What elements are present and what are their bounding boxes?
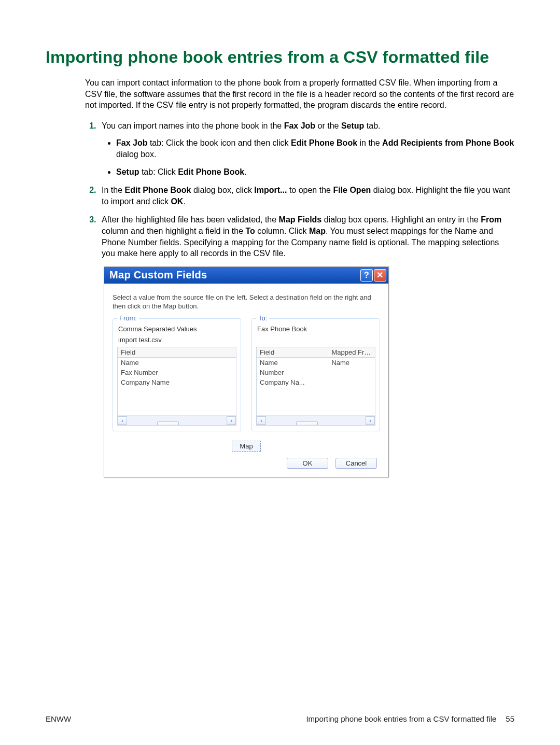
bullet-setup: Setup tab: Click Edit Phone Book. bbox=[116, 166, 514, 178]
dialog-titlebar[interactable]: Map Custom Fields ? ✕ bbox=[104, 267, 388, 284]
map-fields-dialog: Map Custom Fields ? ✕ Select a value fro… bbox=[104, 266, 389, 477]
to-row-mapped bbox=[328, 377, 375, 387]
s3-b2: From bbox=[481, 215, 501, 224]
to-row-mapped bbox=[328, 368, 375, 377]
b1-b3: Add Recipients from Phone Book bbox=[382, 138, 514, 147]
s2-t5: . bbox=[183, 197, 185, 206]
dialog-instruction: Select a value from the source file on t… bbox=[113, 293, 380, 311]
b1-t2: in the bbox=[357, 138, 382, 147]
scroll-left-icon[interactable]: ‹ bbox=[257, 416, 266, 425]
to-group: To: Fax Phone Book Field Mapped From Nam… bbox=[251, 318, 380, 431]
to-row-field[interactable]: Company Na... bbox=[257, 377, 328, 387]
from-header: Field bbox=[118, 347, 236, 357]
to-scrollbar[interactable]: ‹ › bbox=[257, 415, 375, 425]
to-row-field[interactable]: Number bbox=[257, 368, 328, 377]
footer-right: Importing phone book entries from a CSV … bbox=[306, 714, 496, 723]
from-row[interactable]: Name bbox=[118, 358, 236, 368]
steps-list: You can import names into the phone book… bbox=[85, 120, 514, 259]
s2-t3: to open the bbox=[287, 186, 333, 194]
step1-bold-setup: Setup bbox=[341, 121, 364, 130]
s3-t2: dialog box opens. Highlight an entry in … bbox=[321, 215, 481, 224]
step-1: You can import names into the phone book… bbox=[99, 120, 514, 177]
from-source: Comma Separated Values bbox=[118, 325, 236, 333]
from-row[interactable]: Fax Number bbox=[118, 368, 236, 377]
from-group: From: Comma Separated Values import test… bbox=[113, 318, 241, 431]
scroll-right-icon[interactable]: › bbox=[366, 416, 375, 425]
s2-t1: In the bbox=[102, 186, 124, 194]
bullet-faxjob: Fax Job tab: Click the book icon and the… bbox=[116, 137, 514, 160]
s2-b3: File Open bbox=[333, 186, 371, 194]
from-listbox[interactable]: Field Name Fax Number Company Name ‹ › bbox=[117, 347, 236, 426]
to-header-field: Field bbox=[257, 347, 328, 357]
scroll-right-icon[interactable]: › bbox=[227, 416, 236, 425]
b1-b1: Fax Job bbox=[116, 138, 147, 147]
s2-b4: OK bbox=[171, 197, 183, 206]
step-3: After the highlighted file has been vali… bbox=[99, 214, 514, 259]
s3-t3: column and then highlight a field in the bbox=[102, 227, 246, 235]
close-icon[interactable]: ✕ bbox=[374, 269, 386, 282]
step1-bullets: Fax Job tab: Click the book icon and the… bbox=[116, 137, 514, 177]
page-footer: ENWW Importing phone book entries from a… bbox=[46, 714, 514, 723]
s3-b1: Map Fields bbox=[279, 215, 322, 224]
from-scrollbar[interactable]: ‹ › bbox=[118, 415, 236, 425]
s2-t2: dialog box, click bbox=[191, 186, 254, 194]
b2-t2: . bbox=[244, 167, 246, 176]
page-number: 55 bbox=[506, 714, 514, 723]
step1-bold-faxjob: Fax Job bbox=[284, 121, 315, 130]
b2-b1: Setup bbox=[116, 167, 139, 176]
b1-t3: dialog box. bbox=[116, 150, 156, 159]
intro-paragraph: You can import contact information to th… bbox=[85, 77, 514, 111]
s3-b3: To bbox=[246, 227, 255, 235]
b1-b2: Edit Phone Book bbox=[291, 138, 357, 147]
step1-text: You can import names into the phone book… bbox=[102, 121, 284, 130]
s3-t4: column. Click bbox=[255, 227, 309, 235]
scroll-left-icon[interactable]: ‹ bbox=[118, 416, 127, 425]
to-legend: To: bbox=[256, 314, 269, 322]
step1-mid: or the bbox=[315, 121, 341, 130]
page-heading: Importing phone book entries from a CSV … bbox=[46, 48, 514, 67]
s3-t1: After the highlighted file has been vali… bbox=[102, 215, 279, 224]
s2-b1: Edit Phone Book bbox=[124, 186, 191, 194]
step1-end: tab. bbox=[364, 121, 380, 130]
dialog-title: Map Custom Fields bbox=[109, 269, 359, 281]
s2-b2: Import... bbox=[254, 186, 287, 194]
ok-button[interactable]: OK bbox=[287, 458, 328, 469]
scroll-thumb[interactable] bbox=[157, 421, 179, 426]
to-row-mapped: Name bbox=[328, 358, 375, 368]
scroll-thumb[interactable] bbox=[296, 421, 318, 426]
to-spacer bbox=[257, 336, 375, 344]
cancel-button[interactable]: Cancel bbox=[335, 458, 377, 469]
to-row-field[interactable]: Name bbox=[257, 358, 328, 368]
b2-b2: Edit Phone Book bbox=[178, 167, 244, 176]
help-icon[interactable]: ? bbox=[360, 269, 373, 282]
from-legend: From: bbox=[117, 314, 139, 322]
footer-left: ENWW bbox=[46, 714, 71, 723]
from-file: import test.csv bbox=[118, 336, 236, 344]
to-source: Fax Phone Book bbox=[257, 325, 375, 333]
map-button[interactable]: Map bbox=[232, 441, 261, 452]
b1-t1: tab: Click the book icon and then click bbox=[147, 138, 291, 147]
to-header-mapped: Mapped From bbox=[328, 347, 375, 357]
s3-b4: Map bbox=[309, 227, 326, 235]
step-2: In the Edit Phone Book dialog box, click… bbox=[99, 185, 514, 207]
from-row[interactable]: Company Name bbox=[118, 377, 236, 387]
to-listbox[interactable]: Field Mapped From Name Name Number bbox=[256, 347, 375, 426]
b2-t1: tab: Click bbox=[139, 167, 178, 176]
